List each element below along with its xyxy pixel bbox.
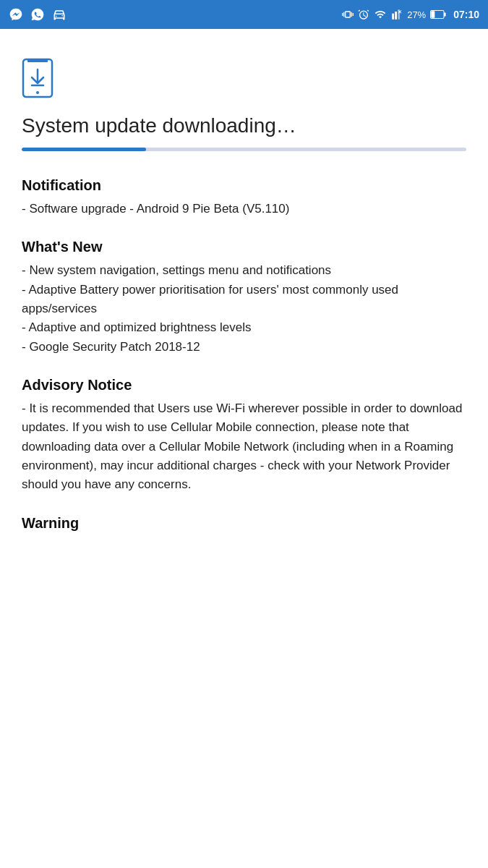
section-advisory-notice-title: Advisory Notice xyxy=(22,377,466,393)
alarm-icon xyxy=(358,9,369,20)
status-time: 07:10 xyxy=(453,9,479,20)
status-bar-left-icons xyxy=(9,7,67,22)
section-notification: Notification - Software upgrade - Androi… xyxy=(22,177,466,218)
progress-bar-container xyxy=(22,148,466,151)
page-title: System update downloading… xyxy=(22,114,466,137)
vibrate-icon xyxy=(342,8,354,21)
progress-bar-fill xyxy=(22,148,146,151)
section-advisory-notice-body: - It is recommended that Users use Wi-Fi… xyxy=(22,399,466,495)
section-warning-title: Warning xyxy=(22,515,466,532)
wifi-icon xyxy=(374,9,387,20)
phone-icon-wrapper xyxy=(22,58,466,101)
car-icon xyxy=(52,7,67,22)
section-whats-new-body: - New system navigation, settings menu a… xyxy=(22,261,466,357)
section-warning: Warning xyxy=(22,515,466,532)
phone-download-icon xyxy=(22,58,53,98)
status-bar: ✕ 27% 07:10 xyxy=(0,0,488,29)
whatsapp-icon xyxy=(30,7,45,22)
section-whats-new: What's New - New system navigation, sett… xyxy=(22,239,466,357)
svg-text:✕: ✕ xyxy=(398,9,402,14)
section-notification-body: - Software upgrade - Android 9 Pie Beta … xyxy=(22,200,466,218)
battery-percentage: 27% xyxy=(407,9,426,20)
section-advisory-notice: Advisory Notice - It is recommended that… xyxy=(22,377,466,495)
battery-icon xyxy=(430,9,446,20)
status-bar-right-icons: ✕ 27% 07:10 xyxy=(342,8,479,21)
signal-icon: ✕ xyxy=(391,9,403,20)
messenger-icon xyxy=(9,7,23,22)
main-content: System update downloading… Notification … xyxy=(0,29,488,581)
svg-point-8 xyxy=(36,91,39,94)
svg-rect-5 xyxy=(27,59,48,62)
section-whats-new-title: What's New xyxy=(22,239,466,255)
svg-rect-2 xyxy=(431,11,435,17)
section-notification-title: Notification xyxy=(22,177,466,194)
svg-rect-3 xyxy=(444,12,446,16)
